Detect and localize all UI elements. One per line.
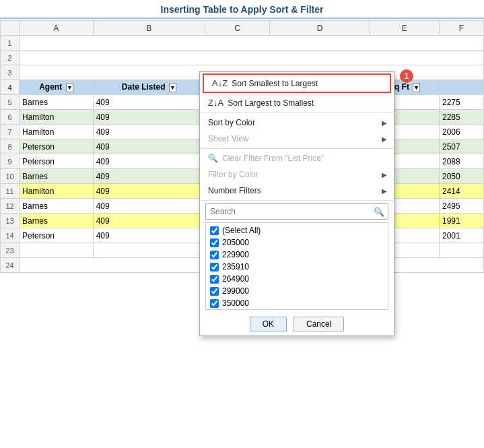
checkbox-label: 229900 (222, 250, 249, 259)
filter-dropdown: A↓Z Sort Smallest to Largest Z↓A Sort La… (199, 71, 394, 336)
col-header-e: E (370, 21, 439, 36)
col-header-b: B (93, 21, 205, 36)
spreadsheet: Inserting Table to Apply Sort & Filter A… (0, 0, 484, 448)
number-filters-item[interactable]: Number Filters ▶ (200, 183, 394, 199)
sort-smallest-item[interactable]: A↓Z Sort Smallest to Largest (203, 73, 391, 93)
checkbox-item[interactable]: 229900 (206, 249, 388, 261)
checkbox-label: 350000 (222, 298, 249, 308)
sort-az-icon: A↓Z (212, 78, 228, 88)
checkbox-item[interactable]: 350000 (206, 297, 388, 309)
checkbox-label: 205000 (222, 238, 249, 247)
filter-by-color-item: Filter by Color ▶ (200, 166, 394, 183)
sort-za-icon: Z↓A (208, 98, 223, 108)
col-header-rownum (1, 21, 20, 36)
checkbox-input[interactable] (210, 299, 219, 308)
divider-1 (200, 113, 394, 113)
arrow-icon: ▶ (382, 135, 387, 143)
ok-button[interactable]: OK (250, 317, 287, 331)
checkbox-select-all-input[interactable] (210, 226, 219, 235)
clear-filter-label: Clear Filter From "List Price" (222, 154, 324, 163)
cancel-button[interactable]: Cancel (293, 317, 344, 331)
checkbox-input[interactable] (210, 238, 219, 247)
row-2-num: 2 (1, 51, 20, 65)
divider-3 (200, 200, 394, 201)
checkbox-item[interactable]: 354000 (206, 309, 388, 310)
spreadsheet-title: Inserting Table to Apply Sort & Filter (0, 0, 484, 19)
checkbox-input[interactable] (210, 275, 219, 284)
number-filters-label: Number Filters (208, 186, 261, 195)
checkbox-item[interactable]: 205000 (206, 236, 388, 249)
arrow-icon: ▶ (382, 171, 387, 179)
checkbox-select-all[interactable]: (Select All) (206, 224, 388, 236)
checkbox-input[interactable] (210, 263, 219, 271)
arrow-icon: ▶ (382, 119, 387, 127)
col-header-a: A (20, 21, 94, 36)
filter-btn-sqft[interactable]: ▾ (413, 83, 420, 92)
row-1-num: 1 (1, 36, 20, 51)
header-agent: Agent ▾ (20, 80, 94, 95)
sort-by-color-label: Sort by Color (208, 118, 255, 127)
checkbox-input[interactable] (210, 287, 219, 296)
checkbox-label: 299000 (222, 286, 249, 296)
arrow-icon: ▶ (382, 187, 387, 195)
col-header-f: F (439, 21, 483, 36)
sheet-view-item: Sheet View ▶ (200, 131, 394, 147)
annotation-bubble-1: 1 (400, 69, 413, 83)
checkbox-select-all-label: (Select All) (222, 226, 261, 235)
sort-smallest-label: Sort Smallest to Largest (232, 79, 318, 88)
divider-2 (200, 148, 394, 149)
dialog-buttons: OK Cancel (200, 313, 394, 335)
col-header-c: C (205, 21, 270, 36)
checkbox-label: 264900 (222, 274, 249, 284)
sheet-view-label: Sheet View (208, 134, 249, 143)
row-4-num: 4 (1, 80, 20, 95)
checkbox-list: (Select All) 205000 229900 235910 264900… (205, 222, 388, 310)
filter-btn-date[interactable]: ▾ (169, 83, 176, 92)
filter-btn-agent[interactable]: ▾ (66, 83, 73, 92)
clear-filter-item: 🔍 Clear Filter From "List Price" (200, 150, 394, 166)
filter-by-color-label: Filter by Color (208, 170, 258, 179)
checkbox-input[interactable] (210, 251, 219, 259)
row-3-num: 3 (1, 65, 20, 80)
search-input[interactable] (205, 203, 388, 220)
filter-icon: 🔍 (208, 154, 218, 163)
sort-by-color-item[interactable]: Sort by Color ▶ (200, 115, 394, 131)
sort-largest-item[interactable]: Z↓A Sort Largest to Smallest (200, 94, 394, 111)
checkbox-item[interactable]: 235910 (206, 261, 388, 273)
sort-largest-label: Sort Largest to Smallest (228, 98, 314, 108)
checkbox-label: 235910 (222, 262, 249, 271)
col-header-d: D (270, 21, 370, 36)
checkbox-item[interactable]: 264900 (206, 273, 388, 285)
header-date-listed: Date Listed ▾ (93, 80, 205, 95)
search-icon: 🔍 (374, 207, 384, 217)
checkbox-item[interactable]: 299000 (206, 285, 388, 297)
search-box[interactable]: 🔍 (205, 203, 388, 220)
